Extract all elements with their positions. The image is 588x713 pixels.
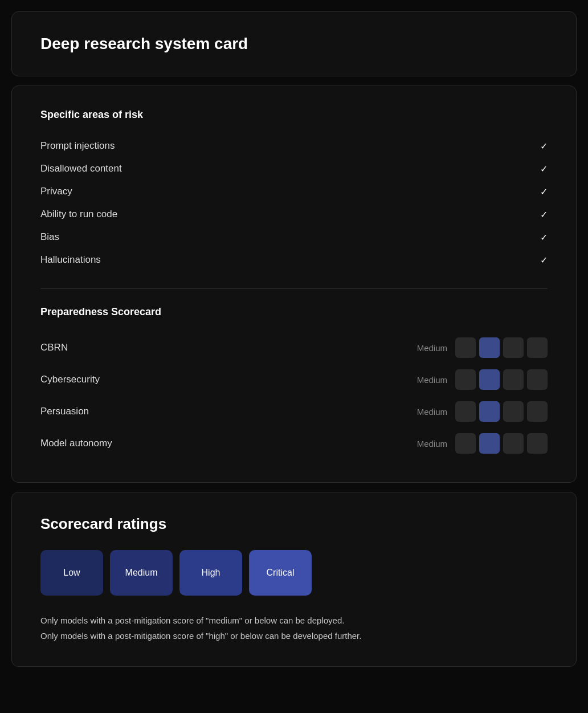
risk-item-prompt-injections: Prompt injections ✓ [40,135,548,157]
risk-label: Prompt injections [40,140,115,152]
rating-button-low[interactable]: Low [40,550,103,596]
score-box-2-active [479,401,500,422]
score-box-1 [455,337,476,358]
risk-item-ability-to-run-code: Ability to run code ✓ [40,203,548,226]
check-icon: ✓ [540,141,548,152]
page-title: Deep research system card [40,35,548,53]
preparedness-title: Preparedness Scorecard [40,306,548,318]
score-box-2-active [479,369,500,390]
score-box-3 [503,401,524,422]
scorecard-ratings-title: Scorecard ratings [40,515,548,533]
score-box-1 [455,369,476,390]
score-box-2-active [479,433,500,454]
score-box-3 [503,337,524,358]
risk-label: Disallowed content [40,163,122,174]
risk-list: Prompt injections ✓ Disallowed content ✓… [40,135,548,271]
note-develop: Only models with a post-mitigation score… [40,628,548,643]
scorecard-ratings-card: Scorecard ratings Low Medium High Critic… [11,492,577,667]
risk-item-hallucinations: Hallucinations ✓ [40,248,548,271]
risk-label: Bias [40,231,59,243]
score-label: Medium [417,439,447,449]
scorecard-right: Medium [417,401,548,422]
risk-label: Hallucinations [40,254,101,266]
check-icon: ✓ [540,186,548,197]
rating-button-critical[interactable]: Critical [249,550,312,596]
score-box-4 [527,401,548,422]
rating-button-high[interactable]: High [179,550,242,596]
scorecard-right: Medium [417,337,548,358]
title-card: Deep research system card [11,11,577,76]
scorecard-label: CBRN [40,342,68,353]
check-icon: ✓ [540,232,548,243]
score-box-4 [527,337,548,358]
check-icon: ✓ [540,209,548,220]
rating-button-medium[interactable]: Medium [110,550,173,596]
scorecard-row-persuasion: Persuasion Medium [40,396,548,427]
main-card: Specific areas of risk Prompt injections… [11,85,577,483]
score-label: Medium [417,343,447,353]
scorecard-label: Model autonomy [40,438,112,449]
scorecard-label: Persuasion [40,406,89,417]
note-deploy: Only models with a post-mitigation score… [40,613,548,628]
scorecard-row-cbrn: CBRN Medium [40,332,548,364]
scorecard-label: Cybersecurity [40,374,100,385]
score-label: Medium [417,375,447,385]
scorecard-right: Medium [417,433,548,454]
score-box-1 [455,433,476,454]
section-divider [40,288,548,289]
score-box-3 [503,369,524,390]
scorecard-row-cybersecurity: Cybersecurity Medium [40,364,548,396]
score-box-4 [527,369,548,390]
risk-item-privacy: Privacy ✓ [40,180,548,203]
score-box-2-active [479,337,500,358]
scorecard-row-model-autonomy: Model autonomy Medium [40,427,548,459]
score-box-4 [527,433,548,454]
risk-item-disallowed-content: Disallowed content ✓ [40,157,548,180]
risk-label: Ability to run code [40,209,117,220]
risk-label: Privacy [40,186,72,197]
rating-buttons-container: Low Medium High Critical [40,550,548,596]
scorecard-right: Medium [417,369,548,390]
specific-risks-title: Specific areas of risk [40,109,548,121]
score-box-3 [503,433,524,454]
score-box-1 [455,401,476,422]
check-icon: ✓ [540,164,548,174]
check-icon: ✓ [540,255,548,266]
risk-item-bias: Bias ✓ [40,226,548,248]
score-label: Medium [417,407,447,417]
